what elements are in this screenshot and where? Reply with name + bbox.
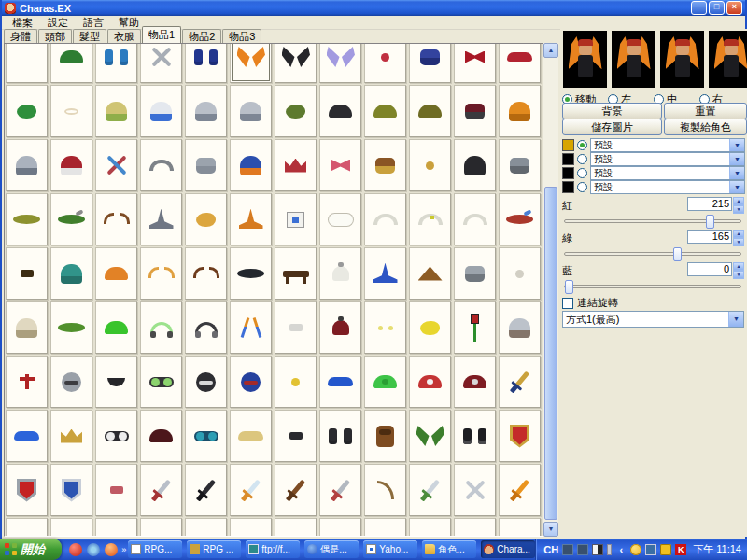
dropdown-arrow-icon[interactable]: ▼ bbox=[729, 139, 744, 151]
smiley-icon[interactable] bbox=[630, 544, 641, 555]
item-white-blue-blade[interactable] bbox=[230, 464, 272, 516]
item-maroon-hood[interactable] bbox=[140, 410, 182, 462]
menu-item-2[interactable]: 語言 bbox=[77, 17, 110, 29]
menu-item-0[interactable]: 檔案 bbox=[6, 17, 39, 29]
taskbar-task-1[interactable]: RPG ... bbox=[187, 540, 241, 558]
blue-star-icon[interactable] bbox=[87, 543, 100, 556]
item-blue-gauntlet-pair[interactable] bbox=[185, 43, 227, 83]
item-yellow-duck-hat[interactable] bbox=[185, 193, 227, 245]
item-brown-bench[interactable] bbox=[275, 247, 317, 300]
item-small-red-bar[interactable] bbox=[95, 464, 137, 516]
tab-0[interactable]: 身體 bbox=[4, 29, 37, 43]
item-beetle-wig[interactable] bbox=[275, 85, 317, 137]
spinner-down-icon[interactable]: ▼ bbox=[733, 271, 744, 279]
taskbar-task-4[interactable]: Yaho... bbox=[363, 540, 417, 558]
item-small-white-car[interactable] bbox=[275, 301, 317, 354]
start-button[interactable]: 開始 bbox=[0, 539, 62, 560]
item-partial-red-item[interactable] bbox=[364, 518, 406, 537]
ime-block-icon[interactable] bbox=[562, 544, 573, 555]
spinner-blue[interactable]: ▲▼ bbox=[733, 262, 744, 276]
slider-thumb-red[interactable] bbox=[706, 215, 714, 229]
scroll-down-icon[interactable]: ▼ bbox=[543, 522, 558, 537]
background-button[interactable]: 背景 bbox=[562, 103, 662, 119]
item-yellow-chick[interactable] bbox=[275, 356, 317, 408]
item-black-wings[interactable] bbox=[275, 43, 317, 83]
item-gold-brown-crest[interactable] bbox=[364, 139, 406, 191]
item-black-half-mask[interactable] bbox=[95, 356, 137, 408]
item-crossed-swords[interactable] bbox=[454, 464, 496, 516]
item-gas-mask[interactable] bbox=[50, 356, 92, 408]
item-eyeglass-frames[interactable] bbox=[95, 410, 137, 462]
item-olive-cap-small[interactable] bbox=[409, 85, 451, 137]
item-dark-red-armor[interactable] bbox=[454, 85, 496, 137]
dropdown-arrow-icon[interactable]: ▼ bbox=[728, 312, 743, 327]
item-brown-club[interactable] bbox=[275, 464, 317, 516]
slider-value-green[interactable]: 165 bbox=[687, 230, 732, 244]
item-black-hood[interactable] bbox=[319, 85, 361, 137]
item-olive-cap[interactable] bbox=[364, 85, 406, 137]
item-blue-winged-shield[interactable] bbox=[50, 464, 92, 516]
restore-button[interactable]: □ bbox=[709, 1, 725, 15]
item-blue-wizard-hat[interactable] bbox=[364, 247, 406, 300]
item-red-circle-cap[interactable] bbox=[409, 356, 451, 408]
dropdown-arrow-icon[interactable]: ▼ bbox=[729, 153, 744, 165]
color-radio-0[interactable] bbox=[577, 140, 587, 150]
item-red-emblem[interactable] bbox=[6, 356, 48, 408]
red-globe-icon[interactable] bbox=[69, 543, 82, 556]
item-green-bird[interactable] bbox=[6, 85, 48, 137]
item-black-helmet[interactable] bbox=[454, 139, 496, 191]
item-faint-ring[interactable] bbox=[50, 85, 92, 137]
tab-3[interactable]: 衣服 bbox=[107, 29, 141, 43]
spinner-down-icon[interactable]: ▼ bbox=[733, 205, 744, 214]
item-teal-helmet[interactable] bbox=[50, 247, 92, 300]
item-lavender-wings[interactable] bbox=[319, 43, 361, 83]
item-orange-spike-hat[interactable] bbox=[230, 193, 272, 245]
vertical-scrollbar[interactable]: ▲ ▼ bbox=[543, 43, 558, 537]
item-blonde-wig[interactable] bbox=[95, 85, 137, 137]
tab-6[interactable]: 物品3 bbox=[222, 29, 261, 43]
item-blue-car-visor[interactable] bbox=[319, 356, 361, 408]
item-orange-glow-sword[interactable] bbox=[499, 464, 541, 516]
item-black-gauntlet-pair[interactable] bbox=[454, 410, 496, 462]
item-empty-cell[interactable] bbox=[95, 518, 137, 537]
slider-thumb-green[interactable] bbox=[673, 247, 682, 261]
item-red-gold-shield[interactable] bbox=[499, 410, 541, 462]
slider-track-green[interactable] bbox=[564, 252, 741, 256]
item-gray-wizard-hat[interactable] bbox=[140, 193, 182, 245]
taskbar-task-2[interactable]: ftp://f... bbox=[246, 540, 300, 558]
item-red-silver-shield[interactable] bbox=[6, 464, 48, 516]
item-ornate-silver-helmet[interactable] bbox=[499, 301, 541, 354]
minimize-button[interactable]: — bbox=[691, 1, 707, 15]
slider-thumb-blue[interactable] bbox=[565, 280, 573, 294]
taskbar-task-0[interactable]: RPG... bbox=[128, 540, 182, 558]
item-red-blue-ribbon-cross[interactable] bbox=[95, 139, 137, 191]
item-pink-bird-hat[interactable] bbox=[319, 139, 361, 191]
item-red-hilt-sword[interactable] bbox=[319, 464, 361, 516]
color-radio-1[interactable] bbox=[577, 154, 587, 164]
item-orange-cap[interactable] bbox=[95, 247, 137, 300]
tab-1[interactable]: 頭部 bbox=[38, 29, 72, 43]
item-silver-winged-helmet[interactable] bbox=[6, 139, 48, 191]
save-image-button[interactable]: 儲存圖片 bbox=[562, 119, 662, 135]
taskbar-task-3[interactable]: 偶是... bbox=[304, 540, 359, 558]
item-small-dark-figure[interactable] bbox=[275, 410, 317, 462]
language-indicator[interactable]: CH bbox=[543, 544, 558, 555]
alert-icon[interactable] bbox=[660, 544, 671, 555]
item-navy-item[interactable] bbox=[409, 43, 451, 83]
link-rotate-checkbox[interactable] bbox=[562, 298, 573, 309]
slider-value-blue[interactable]: 0 bbox=[687, 262, 732, 276]
item-green-leaf-wings[interactable] bbox=[409, 410, 451, 462]
item-yellow-flower-crown[interactable] bbox=[409, 301, 451, 354]
keyboard-icon[interactable] bbox=[592, 544, 603, 555]
chevron-icon[interactable]: ‹ bbox=[615, 544, 627, 555]
item-knight-helmet-2[interactable] bbox=[230, 85, 272, 137]
item-empty-cell[interactable] bbox=[499, 518, 541, 537]
item-orange-blue-antenna[interactable] bbox=[230, 301, 272, 354]
item-empty-cell[interactable] bbox=[409, 518, 451, 537]
item-orange-horned-hood[interactable] bbox=[140, 247, 182, 300]
copy-to-character-button[interactable]: 複製給角色 bbox=[664, 119, 747, 135]
tab-5[interactable]: 物品2 bbox=[182, 29, 221, 43]
item-empty-cell[interactable] bbox=[6, 518, 48, 537]
ime-block2-icon[interactable] bbox=[577, 544, 588, 555]
spinner-up-icon[interactable]: ▲ bbox=[733, 262, 744, 271]
